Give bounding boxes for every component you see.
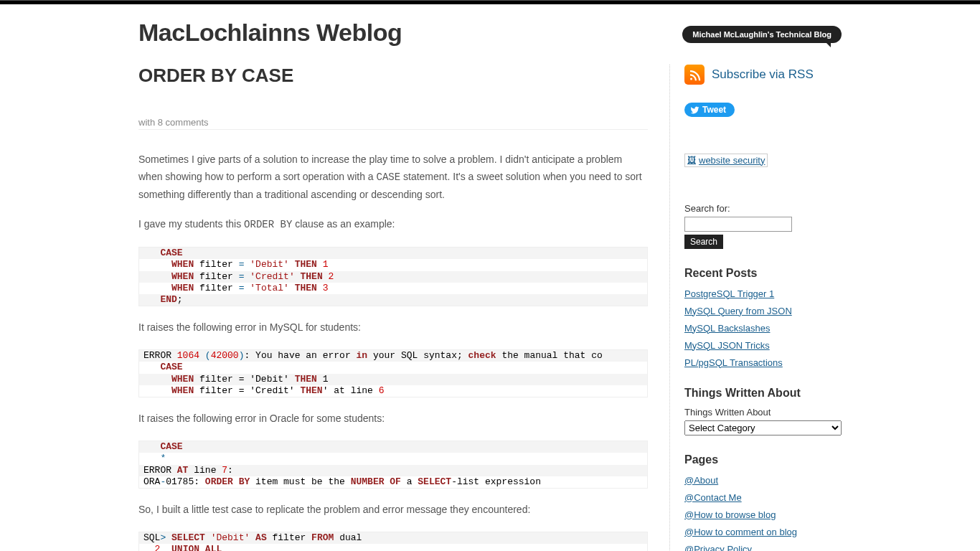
post-body: Sometimes I give parts of a solution to …: [138, 151, 648, 551]
sidebar: Subscribe via RSS Tweet website security…: [669, 65, 842, 551]
paragraph: It raises the following error in Oracle …: [138, 410, 648, 428]
list-item: @How to comment on blog: [684, 525, 842, 538]
tweet-button[interactable]: Tweet: [684, 103, 735, 117]
rss-subscribe[interactable]: Subscribe via RSS: [684, 65, 842, 85]
rss-link[interactable]: Subscribe via RSS: [712, 67, 814, 82]
recent-posts-widget: Recent Posts PostgreSQL Trigger 1 MySQL …: [684, 267, 842, 369]
list-item: @How to browse blog: [684, 508, 842, 521]
inline-code: ORDER BY: [244, 219, 292, 230]
content-wrap: ORDER BY CASE with 8 comments Sometimes …: [138, 65, 842, 551]
list-item: @Contact Me: [684, 491, 842, 504]
list-item: PostgreSQL Trigger 1: [684, 287, 842, 300]
category-select[interactable]: Select Category: [684, 420, 842, 435]
recent-posts-list: PostgreSQL Trigger 1 MySQL Query from JS…: [684, 287, 842, 369]
code-block-4: SQL> SELECT 'Debit' AS filter FROM dual …: [138, 532, 648, 551]
paragraph: I gave my students this ORDER BY clause …: [138, 216, 648, 234]
main-column: ORDER BY CASE with 8 comments Sometimes …: [138, 65, 648, 551]
code-block-2: ERROR 1064 (42000): You have an error in…: [138, 349, 648, 397]
search-button[interactable]: Search: [684, 235, 723, 249]
search-input[interactable]: [684, 217, 792, 232]
pages-title: Pages: [684, 453, 842, 466]
code-block-3: CASE *ERROR AT line 7:ORA-01785: ORDER B…: [138, 441, 648, 489]
comments-count: with 8 comments: [138, 117, 648, 130]
pages-widget: Pages @About @Contact Me @How to browse …: [684, 453, 842, 552]
list-item: MySQL Query from JSON: [684, 304, 842, 317]
list-item: MySQL Backslashes: [684, 321, 842, 334]
page-container: MacLochlainns Weblog Michael McLaughlin'…: [138, 4, 842, 551]
tagline-bubble: Michael McLaughlin's Technical Blog: [682, 26, 842, 43]
code-block-1: CASE WHEN filter = 'Debit' THEN 1 WHEN f…: [138, 247, 648, 306]
website-security-link[interactable]: website security: [684, 154, 768, 167]
twitter-icon: [690, 105, 699, 115]
recent-posts-title: Recent Posts: [684, 267, 842, 280]
list-item: @About: [684, 474, 842, 486]
pages-list: @About @Contact Me @How to browse blog @…: [684, 474, 842, 552]
categories-label: Things Written About: [684, 407, 842, 418]
list-item: @Privacy Policy: [684, 542, 842, 552]
paragraph: It raises the following error in MySQL f…: [138, 319, 648, 336]
paragraph: Sometimes I give parts of a solution to …: [138, 151, 648, 203]
search-widget: Search for: Search: [684, 203, 842, 249]
categories-widget: Things Written About Things Written Abou…: [684, 387, 842, 435]
list-item: MySQL JSON Tricks: [684, 339, 842, 352]
inline-code: CASE: [377, 171, 401, 183]
tweet-widget: Tweet: [684, 103, 842, 135]
security-widget: website security: [684, 153, 842, 185]
rss-icon: [684, 65, 705, 85]
categories-title: Things Written About: [684, 387, 842, 400]
paragraph: So, I built a little test case to replic…: [138, 501, 648, 519]
search-label: Search for:: [684, 203, 842, 214]
post-title: ORDER BY CASE: [138, 65, 648, 87]
list-item: PL/pgSQL Transactions: [684, 356, 842, 369]
header: MacLochlainns Weblog Michael McLaughlin'…: [138, 19, 842, 47]
